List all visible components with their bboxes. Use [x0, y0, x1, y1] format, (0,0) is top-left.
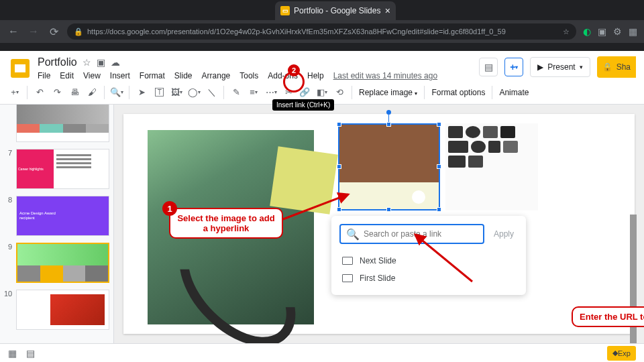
image-button[interactable]: 🖼 ▾ [168, 84, 184, 101]
resize-handle[interactable] [437, 164, 441, 169]
move-icon[interactable]: ▣ [97, 57, 105, 68]
menubar: File Edit View Insert Format Slide Arran… [38, 71, 474, 80]
filmstrip-view-icon[interactable]: ▤ [26, 348, 35, 359]
suggestion-label: First Slide [360, 274, 395, 283]
border-weight-button[interactable]: ≡ ▾ [246, 84, 262, 101]
resize-handle[interactable] [386, 207, 391, 212]
app-header: Portfolio ☆ ▣ ☁ File Edit View Insert Fo… [0, 51, 644, 80]
thumb-label: Acme Design Award [19, 211, 106, 216]
comments-button[interactable]: ▤ [479, 58, 498, 76]
extension-icon[interactable]: ▣ [598, 26, 606, 37]
slide-number: 7 [4, 149, 12, 189]
slide-number: 9 [4, 243, 12, 283]
lock-icon: 🔒 [602, 62, 612, 72]
present-button[interactable]: ▶ Present ▾ [530, 57, 590, 77]
toolbar: + ▾ ↶ ↷ 🖶 🖌 🔍 ▾ ➤ 🅃 🖼 ▾ ◯ ▾ ＼ ✎ ≡ ▾ ⋯ ▾ … [0, 80, 644, 105]
menu-edit[interactable]: Edit [60, 71, 74, 80]
select-button[interactable]: ➤ [133, 84, 150, 101]
annotation-arrow [274, 191, 355, 225]
annotation-callout-3: 3 Enter the URL to add a link [572, 306, 644, 327]
slide-thumb[interactable]: 7 Career highlights [4, 149, 109, 189]
tab-title: Portfolio - Google Slides [294, 6, 381, 15]
mask-image-button[interactable]: ◧ ▾ [314, 84, 330, 101]
activity-button[interactable]: + ▾ [504, 58, 523, 76]
url-text: https://docs.google.com/presentation/d/1… [87, 27, 506, 36]
slide-thumb[interactable]: 9 [4, 243, 109, 283]
undo-button[interactable]: ↶ [32, 84, 48, 101]
slides-favicon-icon: ▭ [280, 6, 290, 15]
back-icon[interactable]: ← [7, 25, 20, 38]
grid-view-icon[interactable]: ▦ [8, 348, 17, 359]
address-bar: ← → ⟳ 🔒 https://docs.google.com/presenta… [0, 20, 644, 43]
slide-panel[interactable]: 7 Career highlights 8 Acme Design Awardr… [0, 105, 114, 343]
resize-handle[interactable] [337, 122, 341, 127]
replace-image-button[interactable]: Replace image ▾ [356, 88, 420, 97]
star-icon[interactable]: ☆ [563, 27, 570, 36]
print-button[interactable]: 🖶 [66, 84, 83, 101]
resize-handle[interactable] [437, 207, 441, 212]
zoom-button[interactable]: 🔍 ▾ [109, 84, 125, 101]
menu-help[interactable]: Help [307, 71, 324, 80]
animate-button[interactable]: Animate [496, 88, 531, 97]
thumb-label: recipient [19, 216, 106, 221]
menu-insert[interactable]: Insert [110, 71, 130, 80]
annotation-badge-2: 2 [288, 64, 300, 76]
reload-icon[interactable]: ⟳ [47, 25, 60, 38]
browser-tab-strip: ▭ Portfolio - Google Slides × [0, 0, 644, 20]
slide-image[interactable] [445, 123, 538, 210]
apply-button[interactable]: Apply [490, 229, 518, 239]
slide-icon [342, 274, 353, 282]
slide-thumb[interactable]: 10 [4, 290, 109, 330]
extension-icon[interactable]: ▦ [629, 26, 637, 37]
slide-number [4, 105, 12, 142]
reset-image-button[interactable]: ⟲ [331, 84, 347, 101]
url-box[interactable]: 🔒 https://docs.google.com/presentation/d… [67, 23, 576, 40]
line-button[interactable]: ＼ [203, 84, 219, 101]
menu-slide[interactable]: Slide [174, 71, 193, 80]
explore-icon: ◆ [612, 349, 618, 357]
present-label: Present [547, 62, 575, 72]
textbox-button[interactable]: 🅃 [151, 84, 167, 101]
slide-thumb[interactable]: 8 Acme Design Awardrecipient [4, 196, 109, 236]
paint-format-button[interactable]: 🖌 [84, 84, 100, 101]
star-icon[interactable]: ☆ [83, 57, 91, 68]
resize-handle[interactable] [437, 122, 441, 127]
shape-button[interactable]: ◯ ▾ [186, 84, 202, 101]
redo-button[interactable]: ↷ [49, 84, 65, 101]
forward-icon: → [27, 25, 40, 38]
menu-tools[interactable]: Tools [239, 71, 258, 80]
menu-view[interactable]: View [83, 71, 101, 80]
menu-format[interactable]: Format [140, 71, 165, 80]
slide-thumb[interactable] [4, 105, 109, 142]
format-options-button[interactable]: Format options [429, 88, 488, 97]
annotation-text: Enter the URL to add a link [580, 312, 644, 322]
slide-canvas[interactable]: 🔍 Apply Next Slide [123, 114, 635, 334]
lock-icon: 🔒 [74, 27, 83, 36]
last-edit-link[interactable]: Last edit was 14 minutes ago [333, 71, 437, 80]
border-dash-button[interactable]: ⋯ ▾ [263, 84, 279, 101]
canvas-area[interactable]: 🔍 Apply Next Slide [114, 105, 644, 343]
new-slide-button[interactable]: + ▾ [7, 84, 23, 101]
menu-file[interactable]: File [38, 71, 50, 80]
thumb-label: Career highlights [17, 149, 54, 188]
menu-arrange[interactable]: Arrange [202, 71, 231, 80]
border-color-button[interactable]: ✎ [228, 84, 244, 101]
chevron-down-icon: ▾ [580, 64, 583, 70]
rotate-handle[interactable] [386, 110, 391, 115]
browser-tab[interactable]: ▭ Portfolio - Google Slides × [275, 1, 396, 20]
annotation-callout-1: 1 Select the image to add a hyperlink [169, 208, 283, 239]
close-icon[interactable]: × [385, 5, 390, 16]
extension-icon[interactable]: ◐ [583, 26, 591, 37]
explore-button[interactable]: ◆ Exp [607, 346, 636, 361]
cloud-icon[interactable]: ☁ [111, 57, 120, 68]
doc-title[interactable]: Portfolio [38, 56, 77, 68]
present-icon: ▶ [537, 62, 543, 72]
resize-handle[interactable] [337, 164, 341, 169]
search-icon: 🔍 [346, 228, 360, 241]
slides-logo-icon[interactable] [8, 56, 32, 80]
resize-handle[interactable] [386, 122, 391, 127]
extension-icon[interactable]: ⚙ [613, 26, 622, 37]
share-button[interactable]: 🔒 Sha [597, 56, 636, 78]
tooltip: Insert link (Ctrl+K) [272, 99, 334, 111]
share-label: Sha [616, 62, 631, 72]
